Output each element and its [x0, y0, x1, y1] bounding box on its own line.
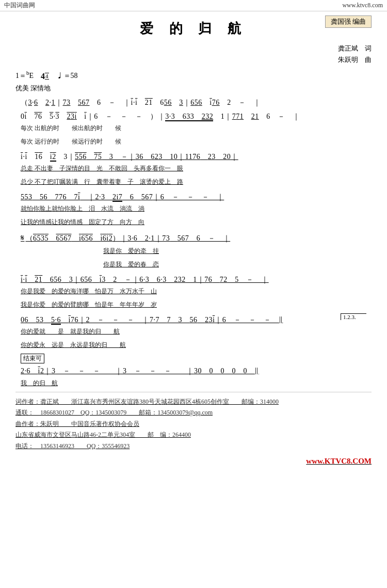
- song-title: 爱 的 归 航: [15, 20, 372, 38]
- score-line-5: 𝄋（6535 6567 i656 i6i2）｜3·6 2·1｜73 567 6 …: [21, 231, 366, 246]
- lyric-line-6b: 我是你爱 的爱的臂膀哪 怕是年 年年年岁 岁: [21, 300, 366, 309]
- lyric-line-5a: 我是你 爱的牵 挂: [21, 246, 366, 256]
- score-line-6: i·i 21 656 3｜656 i3 2 －｜6·3 6·3 232 1｜76…: [21, 273, 366, 286]
- lyricist-credit: 龚正斌 词: [15, 43, 372, 54]
- subtitle: 优美 深情地: [15, 84, 372, 93]
- jiesu-label: 结束可: [21, 354, 44, 363]
- footer-info: 词作者：龚正斌 浙江嘉兴市秀州区友谊路380号天城花园西区4栋605创作室 邮编…: [15, 392, 372, 468]
- score-line-3: i·i 16 i2 3｜556 75 3 －｜36 623 10｜1176 23…: [21, 150, 366, 163]
- lyric-line-7a: 你的爱就 是 就是我的归 航: [21, 327, 366, 336]
- composer-detail: 曲作者：朱跃明 中国音乐著作权协会会员: [15, 419, 372, 430]
- score-area: （3·6 2·1｜73 567 6 － ｜i·i 21 656 3｜656 i7…: [15, 96, 372, 387]
- score-line-2: 0i 76 5·3 23i i｜6 － － － ）｜3·3 633 232 1｜…: [21, 110, 366, 123]
- site-name-left: 中国词曲网: [4, 1, 35, 10]
- composer-box: 龚国强 编曲: [325, 15, 372, 28]
- lyric-line-4a: 就怕你脸上就怕你脸上 泪 水流 淌流 淌: [21, 204, 366, 213]
- composer-credit: 朱跃明 曲: [15, 54, 372, 66]
- composer-addr: 山东省威海市文登区马山路46-2二单元304室 邮 编：264400: [15, 430, 372, 441]
- lyricist-detail: 词作者：龚正斌 浙江嘉兴市秀州区友谊路380号天城花园西区4栋605创作室 邮编…: [15, 396, 372, 408]
- top-bar: 中国词曲网 www.ktvc8.com: [0, 0, 387, 11]
- lyric-line-3b: 总少 不了把叮嘱装满 行 囊带着妻 子 滚烫的爱上 路: [21, 177, 366, 186]
- key-info: 1＝bE 44 ♩＝58: [15, 69, 372, 83]
- phone-info: 电话： 13563146923 QQ：355546923: [15, 441, 372, 452]
- lyric-line-6a: 你是我爱 的爱的海洋哪 怕是万 水万水千 山: [21, 287, 366, 296]
- lyric-line-7b: 你的爱永 远是 永远是我的归 航: [21, 340, 366, 349]
- site-name-right: www.ktvc8.com: [342, 2, 383, 9]
- score-line-8: 2·6 i2｜3 － － － ｜3 － － － ｜30 0 0 0 0 ‖: [21, 364, 366, 377]
- lyric-line-8: 我 的归 航: [21, 378, 366, 388]
- lyric-line-4b: 让我的情感让我的情感 固定了方 向方 向: [21, 217, 366, 227]
- lyric-line-5b: 你是我 爱的春 恋: [21, 260, 366, 269]
- score-line-1: （3·6 2·1｜73 567 6 － ｜i·i 21 656 3｜656 i7…: [21, 96, 366, 109]
- score-line-7-wrapper: 1.2.3. 06 53 5·6 i76｜2 － － － ｜7·7 7 3 56…: [21, 313, 366, 326]
- contact-info: 通联： 18668301027 QQ：1345003079 邮箱：1345003…: [15, 407, 372, 419]
- score-line-7: 06 53 5·6 i76｜2 － － － ｜7·7 7 3 56 23i｜6 …: [21, 313, 366, 326]
- footer-logo: www.KTVC8.COM: [15, 454, 372, 468]
- score-line-4: 553 56 776 7i ｜2·3 2i7 6 567｜6 － － － ｜: [21, 190, 366, 203]
- lyric-line-2b: 每次 远行的时 候远行的时 候: [21, 137, 366, 146]
- credits: 龚正斌 词 朱跃明 曲: [15, 43, 372, 66]
- lyric-line-3a: 总走 不出妻 子深情的目 光 不敢回 头再多看你一 眼: [21, 164, 366, 173]
- lyric-line-2a: 每次 出航的时 候出航的时 候: [21, 123, 366, 133]
